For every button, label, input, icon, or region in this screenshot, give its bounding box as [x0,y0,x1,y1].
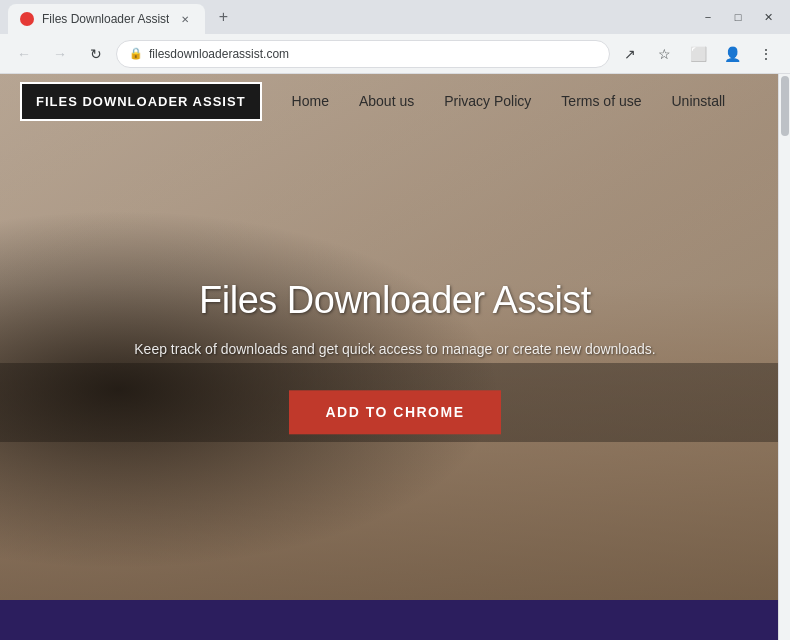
tab-favicon [20,12,34,26]
lock-icon: 🔒 [129,47,143,60]
url-text: filesdownloaderassist.com [149,47,597,61]
navigation-bar: ← → ↻ 🔒 filesdownloaderassist.com ↗ ☆ ⬜ … [0,34,790,74]
back-button[interactable]: ← [8,38,40,70]
hero-subtitle: Keep track of downloads and get quick ac… [95,338,695,360]
address-bar[interactable]: 🔒 filesdownloaderassist.com [116,40,610,68]
nav-link-home[interactable]: Home [292,93,329,109]
new-tab-button[interactable]: + [209,3,237,31]
profile-button[interactable]: 👤 [716,38,748,70]
nav-link-terms[interactable]: Terms of use [561,93,641,109]
site-navigation: FILES DOWNLOADER ASSIST Home About us Pr… [0,74,790,128]
page-content: FILES DOWNLOADER ASSIST Home About us Pr… [0,74,790,640]
share-button[interactable]: ↗ [614,38,646,70]
title-bar: Files Downloader Assist ✕ + − □ ✕ [0,0,790,34]
nav-link-about[interactable]: About us [359,93,414,109]
add-to-chrome-button[interactable]: ADD TO CHROME [289,391,500,435]
tab-close-button[interactable]: ✕ [177,11,193,27]
forward-button[interactable]: → [44,38,76,70]
site-logo[interactable]: FILES DOWNLOADER ASSIST [20,82,262,121]
active-tab[interactable]: Files Downloader Assist ✕ [8,4,205,34]
bookmark-button[interactable]: ☆ [648,38,680,70]
tab-switcher-button[interactable]: ⬜ [682,38,714,70]
scrollbar[interactable] [778,74,790,640]
browser-frame: Files Downloader Assist ✕ + − □ ✕ ← → ↻ … [0,0,790,640]
maximize-button[interactable]: □ [724,3,752,31]
window-controls: − □ ✕ [694,3,782,31]
site-footer-bar [0,600,790,640]
website: FILES DOWNLOADER ASSIST Home About us Pr… [0,74,790,640]
reload-button[interactable]: ↻ [80,38,112,70]
close-window-button[interactable]: ✕ [754,3,782,31]
hero-title: Files Downloader Assist [95,279,695,322]
minimize-button[interactable]: − [694,3,722,31]
nav-actions: ↗ ☆ ⬜ 👤 ⋮ [614,38,782,70]
nav-links: Home About us Privacy Policy Terms of us… [292,93,726,109]
tab-title: Files Downloader Assist [42,12,169,26]
nav-link-uninstall[interactable]: Uninstall [671,93,725,109]
nav-link-privacy[interactable]: Privacy Policy [444,93,531,109]
tab-bar: Files Downloader Assist ✕ + [8,0,690,34]
hero-section: Files Downloader Assist Keep track of do… [95,279,695,434]
menu-button[interactable]: ⋮ [750,38,782,70]
